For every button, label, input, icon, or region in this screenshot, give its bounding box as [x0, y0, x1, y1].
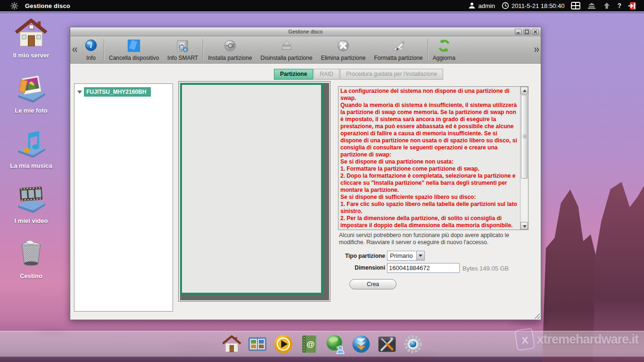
- window-toolbar: i Info Cancella dispositivo Info SMART I…: [70, 36, 541, 64]
- window-controls: [515, 29, 539, 35]
- desktop-label: Le mie foto: [15, 107, 47, 114]
- swap-warning-text: La configurazione del sistema non dispon…: [339, 87, 520, 230]
- desktop-label: Il mio server: [13, 52, 50, 59]
- toolbar-separator: [428, 39, 428, 60]
- partition-type-select[interactable]: Primario: [387, 251, 425, 261]
- device-name[interactable]: FUJITSU_MHY2160BH: [84, 87, 151, 97]
- toolbar-button-erase-device[interactable]: Cancella dispositivo: [105, 36, 163, 63]
- maximize-button[interactable]: [523, 29, 530, 35]
- partition-map-shadow-bottom: [180, 295, 329, 300]
- smart-info-icon: [175, 38, 191, 54]
- create-button[interactable]: Crea: [349, 279, 396, 289]
- partition-size-label: Dimensioni: [324, 264, 385, 271]
- window-titlebar[interactable]: Gestione disco: [70, 27, 541, 36]
- dock-address-book-icon[interactable]: @: [298, 333, 320, 355]
- upload-arrow-icon[interactable]: [603, 2, 611, 9]
- scrollbar-thumb[interactable]: [521, 95, 528, 179]
- svg-text:@: @: [306, 339, 314, 349]
- toolbar-label: Disinstalla partizione: [261, 55, 313, 61]
- disk-management-window: Gestione disco i Info Cancella dispositi…: [70, 27, 541, 320]
- desktop-item-videos[interactable]: I miei video: [2, 182, 60, 224]
- partition-size-unit: Bytes 149.05 GB: [462, 265, 509, 272]
- user-menu[interactable]: admin: [468, 2, 495, 9]
- warning-paragraph: 2. Dopo la formattazione è completata, s…: [340, 173, 518, 194]
- warning-paragraph: Se si dispone di sufficiente spazio libe…: [340, 194, 518, 201]
- desktop-item-trash[interactable]: Cestino: [2, 238, 60, 280]
- toolbar-button-smart-info[interactable]: Info SMART: [163, 36, 202, 63]
- warning-scrollbar[interactable]: [520, 87, 528, 230]
- workgroup-icon[interactable]: [587, 2, 596, 9]
- app-grid-icon[interactable]: [571, 2, 580, 9]
- toolbar-button-info[interactable]: i Info: [79, 36, 103, 63]
- partition-free-space[interactable]: [180, 83, 323, 295]
- desktop-label: I miei video: [15, 217, 48, 224]
- tab-bar: Partizione RAID Procedura guidata per l'…: [274, 69, 444, 80]
- photos-icon: [14, 72, 49, 104]
- toolbar-button-delete-partition[interactable]: Elimina partizione: [317, 36, 370, 63]
- window-resize-grip[interactable]: [533, 312, 540, 319]
- logout-icon[interactable]: [628, 2, 636, 10]
- window-title: Gestione disco: [70, 29, 541, 34]
- dock-utilities-icon[interactable]: [376, 333, 398, 355]
- clock-icon: [502, 2, 509, 9]
- tab-partizione[interactable]: Partizione: [274, 69, 313, 80]
- toolbar-scroll-left-icon[interactable]: [70, 36, 79, 63]
- film-strip-icon: [14, 182, 49, 214]
- toolbar-button-unmount-partition[interactable]: Disinstalla partizione: [256, 36, 317, 63]
- system-title: Gestione disco: [25, 2, 70, 9]
- music-note-icon: [14, 127, 49, 159]
- dropdown-arrow-icon[interactable]: [416, 251, 424, 260]
- system-logo-icon[interactable]: [10, 2, 18, 10]
- system-topbar: Gestione disco admin 2011-5-21 18:50:40 …: [0, 0, 644, 11]
- tree-expand-icon[interactable]: [77, 90, 82, 94]
- desktop-item-photos[interactable]: Le mie foto: [2, 72, 60, 114]
- toolbar-scroll-right-icon[interactable]: [532, 36, 541, 63]
- service-notice-text: Alcuni servizi potrebbero non funzionare…: [339, 232, 528, 246]
- dock-home-icon[interactable]: [221, 333, 242, 355]
- tab-raid[interactable]: RAID: [314, 69, 339, 80]
- desktop-item-server[interactable]: Il mio server: [2, 17, 60, 59]
- toolbar-button-refresh[interactable]: Aggiorna: [429, 36, 460, 63]
- toolbar-button-mount-partition[interactable]: Installa partizione: [204, 36, 256, 63]
- tab-install-wizard[interactable]: Procedura guidata per l'installazione: [340, 69, 443, 80]
- erase-device-icon: [126, 38, 142, 54]
- toolbar-label: Info SMART: [167, 55, 198, 61]
- trash-basket-icon: [14, 238, 49, 270]
- desktop-label: Cestino: [20, 272, 42, 280]
- user-name: admin: [478, 2, 495, 9]
- dock-settings-gear-icon[interactable]: [402, 333, 424, 355]
- dock-photo-album-icon[interactable]: [247, 333, 268, 355]
- dock-media-player-icon[interactable]: [272, 333, 294, 355]
- info-icon: i: [83, 38, 99, 54]
- device-tree-row[interactable]: FUJITSU_MHY2160BH: [74, 84, 173, 97]
- swap-warning-panel: La configurazione del sistema non dispon…: [338, 86, 528, 230]
- desktop-icon-column: Il mio server Le mie foto: [2, 17, 60, 293]
- watermark-x-logo: x: [515, 328, 536, 351]
- toolbar-label: Installa partizione: [208, 55, 252, 61]
- desktop-label: La mia musica: [10, 162, 52, 169]
- unmount-partition-icon: [279, 38, 295, 54]
- warning-paragraph: La configurazione del sistema non dispon…: [340, 88, 518, 102]
- clock-display: 2011-5-21 18:50:40: [502, 2, 565, 9]
- user-icon: [468, 2, 476, 9]
- dock-download-icon[interactable]: [350, 333, 372, 355]
- partition-size-input[interactable]: [387, 263, 460, 273]
- topbar-status-cluster: admin 2011-5-21 18:50:40 ?: [468, 2, 644, 10]
- toolbar-button-format-partition[interactable]: Formatta partizione: [370, 36, 427, 63]
- scroll-down-icon[interactable]: [520, 222, 528, 230]
- close-button[interactable]: [532, 29, 539, 35]
- house-icon: [14, 17, 49, 49]
- warning-paragraph: 1. Formattare la partizione come partizi…: [340, 165, 518, 173]
- minimize-button[interactable]: [515, 29, 522, 35]
- warning-paragraph: Se si dispone di una partizione non usat…: [340, 158, 518, 165]
- refresh-icon: [436, 38, 452, 54]
- desktop-item-music[interactable]: La mia musica: [2, 127, 60, 169]
- toolbar-label: Aggiorna: [433, 55, 455, 61]
- help-icon[interactable]: ?: [617, 2, 621, 9]
- toolbar-separator: [203, 39, 203, 60]
- svg-text:i: i: [90, 42, 92, 49]
- watermark: x xtremehardware.it: [516, 329, 638, 350]
- dock-network-places-icon[interactable]: [324, 333, 346, 355]
- scroll-up-icon[interactable]: [520, 87, 528, 94]
- format-partition-icon: [390, 38, 406, 54]
